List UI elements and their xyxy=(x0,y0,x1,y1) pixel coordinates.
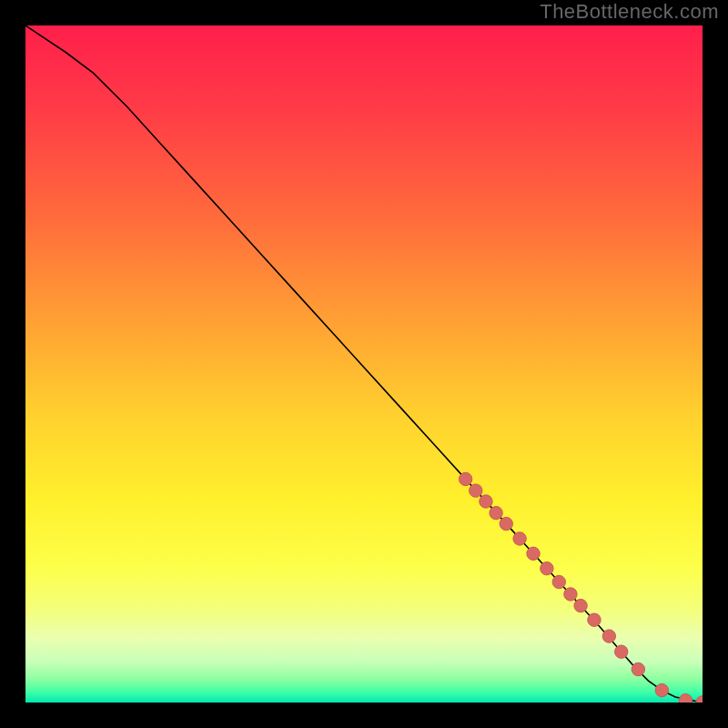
data-point xyxy=(459,472,471,485)
data-point xyxy=(552,575,565,588)
data-point xyxy=(679,694,692,703)
gradient-background xyxy=(25,25,703,703)
watermark-text: TheBottleneck.com xyxy=(540,0,719,24)
chart-svg xyxy=(25,25,703,703)
data-point xyxy=(632,662,644,675)
data-point xyxy=(615,645,628,658)
data-point xyxy=(588,613,601,626)
data-point xyxy=(527,547,540,560)
data-point xyxy=(480,495,492,508)
data-point xyxy=(500,517,512,530)
data-point xyxy=(655,683,668,696)
data-point xyxy=(513,532,526,545)
plot-area xyxy=(25,25,703,703)
data-point xyxy=(490,506,502,519)
data-point xyxy=(602,630,615,642)
chart-frame: TheBottleneck.com xyxy=(0,0,728,728)
data-point xyxy=(574,599,587,612)
data-point xyxy=(470,484,482,497)
data-point xyxy=(541,561,553,574)
data-point xyxy=(564,588,577,601)
